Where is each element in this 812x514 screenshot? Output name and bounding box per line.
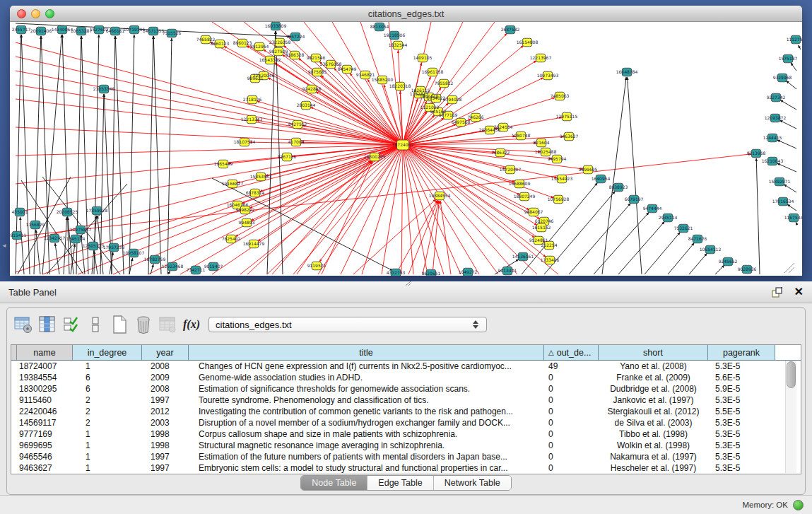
edge[interactable] — [440, 201, 451, 274]
window-titlebar[interactable]: citations_edges.txt — [10, 6, 802, 22]
column-header-gutter[interactable] — [11, 345, 17, 360]
new-document-icon[interactable] — [110, 314, 129, 335]
edge[interactable] — [400, 91, 403, 145]
edge[interactable] — [148, 36, 153, 274]
row-checklist-icon[interactable] — [62, 314, 81, 335]
scrollbar-thumb[interactable] — [787, 361, 796, 388]
tab-network-table[interactable]: Network Table — [433, 476, 511, 490]
table-row[interactable]: 977716911998Corpus callosum shape and si… — [11, 428, 775, 440]
edge[interactable] — [382, 145, 403, 274]
edge[interactable] — [316, 92, 403, 145]
edge[interactable] — [689, 253, 707, 274]
delete-table-icon[interactable] — [134, 314, 153, 335]
table-row[interactable]: 1830029562008Estimation of significance … — [11, 383, 775, 395]
edge[interactable] — [129, 35, 134, 274]
edge[interactable] — [403, 22, 463, 145]
graph-node-label: 20206525 — [57, 209, 78, 214]
edge[interactable] — [167, 38, 172, 274]
edge[interactable] — [168, 271, 170, 274]
table-header-row[interactable]: namein_degreeyeartitle△out_de...shortpag… — [11, 345, 801, 361]
edge[interactable] — [403, 145, 517, 274]
edge[interactable] — [304, 22, 403, 145]
table-row[interactable]: 1938455462009Genome-wide association stu… — [11, 372, 775, 383]
edge[interactable] — [784, 185, 796, 192]
edge[interactable] — [267, 31, 276, 274]
edge[interactable] — [16, 154, 751, 237]
network-canvas[interactable]: 2455717206914061434006410653287152760264… — [10, 22, 802, 276]
panel-resize-grip[interactable] — [405, 281, 412, 286]
close-panel-icon[interactable]: ✕ — [794, 286, 804, 298]
graph-node-label: 16648784 — [616, 69, 638, 74]
column-header-name[interactable]: name — [17, 345, 73, 360]
column-header-title[interactable]: title — [189, 345, 544, 360]
edge[interactable] — [21, 35, 30, 274]
column-header-out_de...[interactable]: △out_de... — [544, 345, 599, 360]
graph-node-label: 2687682 — [501, 27, 520, 32]
table-row[interactable]: 1872400712008Changes of HCN gene express… — [11, 361, 775, 372]
close-window-icon[interactable] — [17, 9, 26, 18]
table-row[interactable]: 946362711997Embryonic stem cells: a mode… — [11, 462, 775, 474]
column-header-short[interactable]: short — [599, 345, 708, 360]
table-row[interactable]: 969969511998Structural magnetic resonanc… — [11, 440, 775, 451]
edge[interactable] — [756, 158, 760, 274]
graph-node-label: 8813054 — [370, 24, 389, 29]
canvas-resize-grip[interactable] — [784, 263, 794, 273]
edge[interactable] — [799, 45, 801, 49]
edge[interactable] — [786, 81, 796, 89]
float-panel-icon[interactable] — [771, 286, 783, 298]
edge[interactable] — [115, 36, 124, 274]
edge[interactable] — [403, 145, 541, 152]
column-chooser-icon[interactable] — [86, 314, 105, 335]
edge[interactable] — [319, 145, 403, 262]
edge[interactable] — [715, 265, 724, 274]
edge[interactable] — [153, 36, 161, 274]
edge[interactable] — [148, 145, 403, 274]
table-row[interactable]: 1456911722003Disruption of a novel membe… — [11, 417, 775, 428]
edge[interactable] — [240, 145, 403, 274]
edge[interactable] — [403, 145, 498, 274]
table-row[interactable]: 946554611997Estimation of the future num… — [11, 451, 775, 462]
minimize-window-icon[interactable] — [31, 9, 40, 18]
edge[interactable] — [628, 77, 642, 274]
edge[interactable] — [16, 145, 403, 184]
edge[interactable] — [112, 36, 115, 274]
tab-node-table[interactable]: Node Table — [301, 476, 367, 490]
edge[interactable] — [569, 203, 630, 274]
edge[interactable] — [272, 160, 371, 274]
zoom-window-icon[interactable] — [45, 9, 54, 18]
edge[interactable] — [780, 100, 796, 110]
edge[interactable] — [777, 163, 796, 172]
table-row[interactable]: 911546021997Tourette syndrome. Phenomeno… — [11, 395, 775, 406]
edge[interactable] — [297, 161, 372, 274]
edge[interactable] — [618, 221, 664, 274]
column-header-pagerank[interactable]: pagerank — [708, 345, 775, 360]
citation-network-graph[interactable]: 2455717206914061434006410653287152760264… — [10, 22, 802, 276]
edge[interactable] — [401, 145, 403, 274]
edge[interactable] — [318, 145, 403, 274]
edge[interactable] — [796, 222, 796, 223]
edge[interactable] — [16, 99, 403, 145]
table-panel: Table Panel ✕ — [0, 281, 812, 514]
table-body[interactable]: 1872400712008Changes of HCN gene express… — [11, 361, 775, 474]
function-icon[interactable]: f(x) — [182, 314, 201, 335]
edge[interactable] — [791, 63, 796, 71]
graph-node-label: 3624554 — [494, 124, 513, 129]
edge[interactable] — [787, 204, 796, 211]
edge[interactable] — [322, 161, 372, 274]
column-header-year[interactable]: year — [142, 345, 189, 360]
edge[interactable] — [779, 120, 796, 129]
tab-edge-table[interactable]: Edge Table — [367, 476, 433, 490]
edge[interactable] — [16, 145, 403, 156]
cell-gutter — [11, 417, 17, 428]
column-header-in_degree[interactable]: in_degree — [73, 345, 142, 360]
table-settings-icon[interactable] — [14, 314, 33, 335]
edge[interactable] — [777, 140, 796, 148]
table-select-dropdown[interactable]: citations_edges.txt — [208, 317, 487, 332]
table-row[interactable]: 2242004622012Investigating the contribut… — [11, 406, 775, 417]
graph-node-label: 16210643 — [762, 158, 784, 163]
vertical-scrollbar[interactable] — [785, 361, 796, 473]
select-columns-icon[interactable] — [38, 314, 57, 335]
edge[interactable] — [668, 243, 694, 274]
cell-in_degree: 6 — [73, 372, 142, 383]
edge[interactable] — [403, 145, 546, 257]
